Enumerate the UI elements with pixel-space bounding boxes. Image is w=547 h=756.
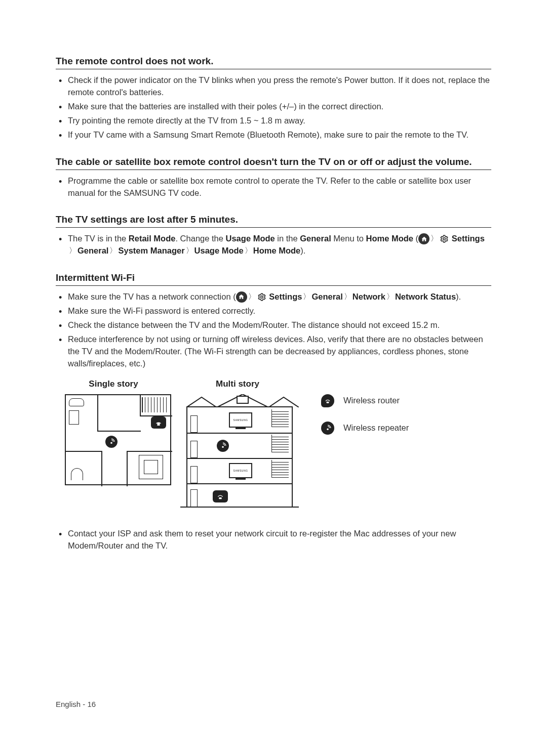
legend-router: Wireless router xyxy=(321,394,409,407)
legend-repeater: Wireless repeater xyxy=(321,422,409,435)
list-item: The TV is in the Retail Mode. Change the… xyxy=(68,233,491,257)
roof-icon xyxy=(186,394,299,407)
text: The TV is in the xyxy=(68,234,129,243)
home-icon xyxy=(418,233,429,244)
list-retail-mode: The TV is in the Retail Mode. Change the… xyxy=(56,233,491,257)
bold-settings: Settings xyxy=(452,234,485,243)
gear-icon xyxy=(257,292,267,302)
svg-rect-4 xyxy=(237,396,248,403)
bold-general: General xyxy=(311,292,342,301)
svg-rect-2 xyxy=(157,424,160,426)
gear-icon xyxy=(439,234,449,244)
floorplan-multi: SAMSUNG SAMSUNG xyxy=(186,406,293,508)
list-remote: Check if the power indicator on the TV b… xyxy=(56,74,491,141)
list-item: Try pointing the remote directly at the … xyxy=(68,115,491,127)
chevron-right-icon: 〉 xyxy=(68,245,77,256)
list-item: Contact your ISP and ask them to reset y… xyxy=(68,528,491,552)
text: ( xyxy=(413,234,418,243)
repeater-icon xyxy=(217,440,229,452)
chevron-right-icon: 〉 xyxy=(385,291,395,302)
bold-settings: Settings xyxy=(269,292,302,301)
diagram-legend: Wireless router Wireless repeater xyxy=(321,379,409,449)
heading-retail-mode: The TV settings are lost after 5 minutes… xyxy=(56,214,491,228)
repeater-icon xyxy=(321,422,334,435)
heading-wifi: Intermittent Wi-Fi xyxy=(56,272,491,286)
text: ). xyxy=(300,246,305,255)
list-item: Programme the cable or satellite box rem… xyxy=(68,175,491,199)
bold-home-mode: Home Mode xyxy=(253,246,301,255)
svg-rect-7 xyxy=(327,402,329,403)
chevron-right-icon: 〉 xyxy=(185,245,194,256)
chevron-right-icon: 〉 xyxy=(247,291,257,302)
bold-home-mode: Home Mode xyxy=(366,234,414,243)
legend-label: Wireless router xyxy=(343,396,400,405)
chevron-right-icon: 〉 xyxy=(302,291,311,302)
chevron-right-icon: 〉 xyxy=(108,245,118,256)
page-content: The remote control does not work. Check … xyxy=(0,0,547,552)
diagram-row: Single story xyxy=(56,379,491,508)
page-footer: English - 16 xyxy=(56,700,96,708)
list-item: Reduce interference by not using or turn… xyxy=(68,333,491,370)
heading-cable-box: The cable or satellite box remote contro… xyxy=(56,156,491,170)
chevron-right-icon: 〉 xyxy=(244,245,253,256)
bold-usage-mode: Usage Mode xyxy=(226,234,275,243)
repeater-icon xyxy=(105,436,118,448)
home-icon xyxy=(236,291,247,303)
floorplan-single xyxy=(65,394,171,485)
svg-point-0 xyxy=(443,238,446,240)
svg-rect-6 xyxy=(219,497,221,499)
chevron-right-icon: 〉 xyxy=(429,233,439,244)
list-item: Make sure that the batteries are install… xyxy=(68,101,491,113)
tv-icon: SAMSUNG xyxy=(229,463,252,478)
svg-point-3 xyxy=(110,442,112,444)
router-icon xyxy=(151,416,166,429)
list-item: Make sure the Wi-Fi password is entered … xyxy=(68,305,491,317)
chevron-right-icon: 〉 xyxy=(343,291,353,302)
router-icon xyxy=(213,490,228,502)
list-item: If your TV came with a Samsung Smart Rem… xyxy=(68,129,491,141)
legend-label: Wireless repeater xyxy=(343,423,409,433)
bold-general: General xyxy=(300,234,331,243)
list-item: Check if the power indicator on the TV b… xyxy=(68,74,491,99)
list-item: Check the distance between the TV and th… xyxy=(68,319,491,331)
heading-remote: The remote control does not work. xyxy=(56,56,491,69)
router-icon xyxy=(321,394,334,407)
bold-system-manager: System Manager xyxy=(118,246,184,255)
diagram-multi-story: Multi story xyxy=(176,379,299,508)
bold-network-status: Network Status xyxy=(395,292,456,301)
bold-retail-mode: Retail Mode xyxy=(129,234,176,243)
text: . Change the xyxy=(175,234,225,243)
list-cable-box: Programme the cable or satellite box rem… xyxy=(56,175,491,199)
text: ). xyxy=(456,292,461,301)
bold-network: Network xyxy=(353,292,385,301)
diagram-title-multi: Multi story xyxy=(176,379,299,389)
svg-point-1 xyxy=(260,296,263,299)
bold-usage-mode: Usage Mode xyxy=(194,246,244,255)
tv-icon: SAMSUNG xyxy=(229,412,252,428)
diagram-single-story: Single story xyxy=(56,379,171,485)
diagram-title-single: Single story xyxy=(56,379,171,389)
text: in the xyxy=(275,234,300,243)
list-item: Make sure the TV has a network connectio… xyxy=(68,291,491,303)
svg-point-8 xyxy=(327,428,329,430)
text: Make sure the TV has a network connectio… xyxy=(68,292,236,301)
text: Menu to xyxy=(331,234,366,243)
svg-point-5 xyxy=(222,446,224,448)
bold-general: General xyxy=(77,246,108,255)
list-wifi: Make sure the TV has a network connectio… xyxy=(56,291,491,370)
list-wifi-continued: Contact your ISP and ask them to reset y… xyxy=(56,528,491,552)
